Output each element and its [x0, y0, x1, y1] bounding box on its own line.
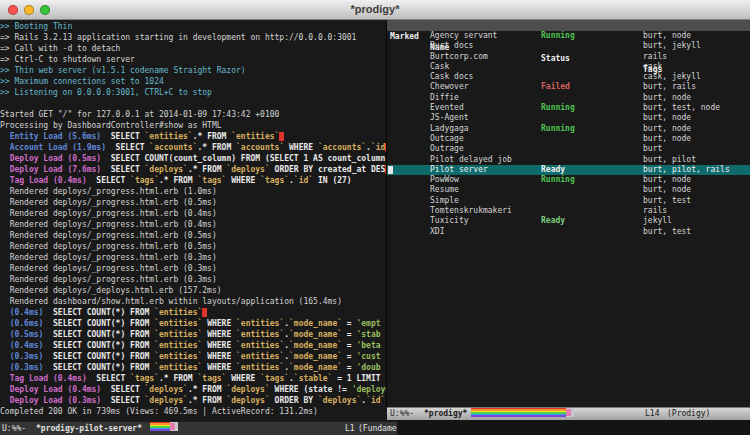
log-text: `mode_name`	[289, 319, 342, 328]
process-row[interactable]: Tomtenskrukmakerirails	[387, 206, 750, 216]
process-row[interactable]: Resumeburt, node	[387, 185, 750, 195]
log-text: SELECT	[111, 385, 145, 394]
process-name: Chewover	[430, 82, 469, 92]
process-status: Running	[541, 103, 575, 113]
process-row[interactable]: Pilot serverReadyburt, pilot, rails	[387, 165, 750, 175]
process-status: Failed	[541, 82, 570, 92]
log-text: >> Thin web server (v1.5.1 codename Stra…	[0, 66, 246, 75]
log-line: (0.3ms) SELECT COUNT(*) FROM `entities` …	[0, 362, 386, 373]
log-text: Processing by DashboardController#show a…	[0, 121, 222, 130]
log-text: `tags`	[130, 374, 159, 383]
log-text	[0, 143, 10, 152]
process-tags: burt, node	[643, 175, 691, 185]
log-line: => Ctrl-C to shutdown server	[0, 54, 386, 65]
process-row[interactable]: Agency servantRunningburt, node	[387, 31, 750, 41]
modeline-major-mode[interactable]: (Prodigy)	[667, 408, 710, 420]
log-text: WHERE	[202, 341, 236, 350]
log-text: 'beta	[356, 341, 380, 350]
log-text: SELECT	[111, 165, 145, 174]
log-text: `tags`	[198, 176, 227, 185]
log-text: `deploys`	[318, 396, 361, 405]
log-text: .* FROM	[188, 385, 227, 394]
nyan-rainbow	[471, 408, 566, 417]
prodigy-pane[interactable]: Marked Name Status Tags Agency servantRu…	[386, 20, 750, 407]
log-text: Rendered dashboard/show.html.erb within …	[0, 297, 342, 306]
log-line: Rendered deploys/_progress.html.erb (0.4…	[0, 208, 386, 219]
process-row[interactable]: Diffieburt, node	[387, 93, 750, 103]
process-row[interactable]: Outcageburt, node	[387, 134, 750, 144]
process-row[interactable]: EventedRunningburt, test, node	[387, 103, 750, 113]
log-text: SELECT COUNT(*) FROM	[53, 341, 154, 350]
server-log-pane[interactable]: >> Booting Thin=> Rails 3.2.13 applicati…	[0, 20, 386, 421]
process-row[interactable]: Burtcorp.comrails	[387, 52, 750, 62]
modeline-major-mode[interactable]: (Fundamen	[358, 422, 397, 435]
log-text: Started GET "/" for 127.0.0.1 at 2014-01…	[0, 110, 279, 119]
modeline-flags: U:%%-	[2, 422, 26, 435]
log-text	[0, 341, 10, 350]
process-row[interactable]: XDIburt, test	[387, 227, 750, 237]
modeline-line-number: L14	[645, 408, 659, 420]
log-line: Deploy Load (7.6ms) SELECT `deploys`.* F…	[0, 164, 386, 175]
process-row[interactable]: Burt docsburt, jekyll	[387, 41, 750, 51]
log-text: Completed 200 OK in 739ms (Views: 469.5m…	[0, 407, 318, 416]
log-text: `id	[371, 143, 385, 152]
log-text: >> Booting Thin	[0, 22, 72, 31]
process-row[interactable]: Pilot delayed jobburt, pilot	[387, 155, 750, 165]
log-text: Deploy Load (0.3ms)	[10, 396, 102, 405]
modeline-buffer-name[interactable]: *prodigy*	[424, 408, 467, 420]
process-tags: jekyll	[643, 216, 672, 226]
log-text	[43, 319, 53, 328]
process-name: Agency servant	[430, 31, 497, 41]
minimize-button[interactable]	[24, 5, 34, 15]
log-text: Rendered deploys/_progress.html.erb (0.3…	[0, 275, 217, 284]
process-name: Outrage	[430, 144, 464, 154]
nyan-cat-icon	[170, 422, 178, 431]
process-name: XDI	[430, 227, 444, 237]
process-row[interactable]: ChewoverFailedburt, rails	[387, 82, 750, 92]
process-tags: burt, node	[643, 113, 691, 123]
log-text: WHERE	[202, 352, 236, 361]
process-row[interactable]: Caskcask	[387, 62, 750, 72]
nyan-cat-icon	[566, 408, 574, 417]
process-row[interactable]: PowWowRunningburt, node	[387, 175, 750, 185]
process-name: Resume	[430, 185, 459, 195]
log-text: => Rails 3.2.13 application starting in …	[0, 33, 356, 42]
log-line: Rendered deploys/_progress.html.erb (0.4…	[0, 219, 386, 230]
nyan-rainbow	[150, 422, 170, 431]
process-row[interactable]: Outrageburt	[387, 144, 750, 154]
process-row[interactable]: JS-Agentburt, node	[387, 113, 750, 123]
log-text: .* FROM	[198, 143, 237, 152]
modeline-left: U:%%- *prodigy-pilot-server* L1 (Fundame…	[0, 421, 397, 435]
process-tags: rails	[643, 206, 667, 216]
log-text: (0.5ms)	[10, 330, 44, 339]
process-name: Simple	[430, 196, 459, 206]
log-text: SELECT	[96, 374, 130, 383]
process-tags: burt, test	[643, 196, 691, 206]
log-text: WHERE	[202, 319, 236, 328]
log-line: >> Booting Thin	[0, 21, 386, 32]
log-text	[43, 341, 53, 350]
log-line: => Rails 3.2.13 application starting in …	[0, 32, 386, 43]
process-name: Diffie	[430, 93, 459, 103]
log-text	[0, 176, 10, 185]
process-row[interactable]: TuxicityReadyjekyll	[387, 216, 750, 226]
log-text: `entities`	[154, 363, 202, 372]
log-text	[106, 143, 116, 152]
zoom-button[interactable]	[40, 5, 50, 15]
process-row[interactable]: Cask docscask, jekyll	[387, 72, 750, 82]
log-line	[0, 98, 386, 109]
log-text: WHERE	[284, 143, 318, 152]
log-text: Deploy Load (0.5ms)	[10, 154, 102, 163]
log-text: SELECT	[111, 396, 145, 405]
log-text: >> Listening on 0.0.0.0:3001, CTRL+C to …	[0, 88, 212, 97]
log-text: Tag Load (0.4ms)	[10, 374, 87, 383]
log-text	[43, 308, 53, 317]
process-row[interactable]: Simpleburt, test	[387, 196, 750, 206]
modeline-buffer-name[interactable]: *prodigy-pilot-server*	[36, 422, 142, 435]
log-line: (0.4ms) SELECT COUNT(*) FROM `entities`	[0, 307, 386, 318]
process-row[interactable]: LadygagaRunningburt, node	[387, 124, 750, 134]
close-button[interactable]	[8, 5, 18, 15]
log-text: .* FROM	[188, 165, 227, 174]
process-name: Evented	[430, 103, 464, 113]
process-tags: burt, node	[643, 31, 691, 41]
